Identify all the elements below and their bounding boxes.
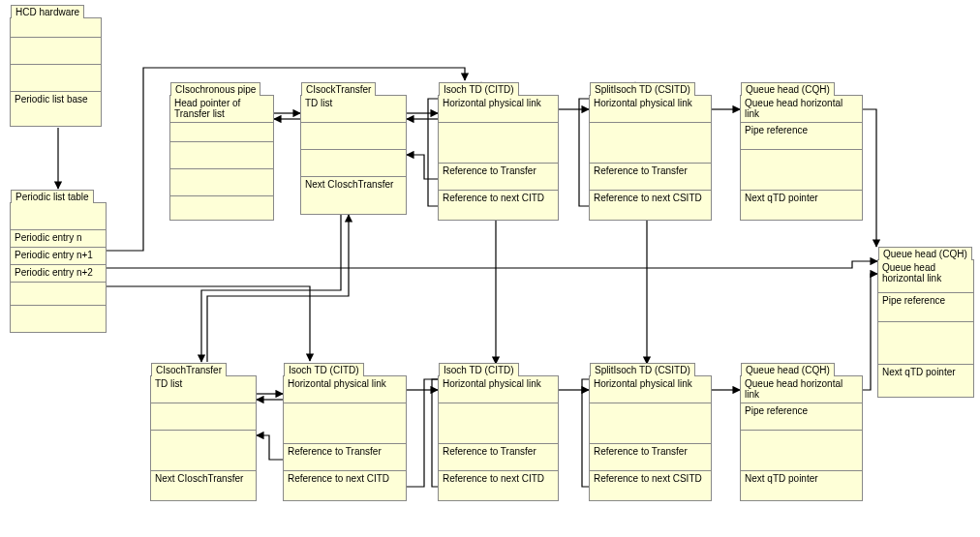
queue-head-1: Queue head (CQH) Queue head horizontal l… <box>740 95 863 221</box>
row: TD list <box>151 376 256 403</box>
row: Reference to Transfer <box>590 164 711 191</box>
row: Next qTD pointer <box>741 471 862 491</box>
row <box>170 123 273 142</box>
queue-head-3: Queue head (CQH) Queue head horizontal l… <box>877 259 974 398</box>
box-title: HCD hardware <box>11 5 84 18</box>
row <box>741 431 862 471</box>
row: TD list <box>301 96 406 123</box>
row <box>439 403 558 444</box>
isochronous-pipe: CIsochronous pipe Head pointer of Transf… <box>169 95 274 221</box>
row: Horizontal physical link <box>284 376 406 403</box>
row: Pipe reference <box>878 293 973 322</box>
queue-head-2: Queue head (CQH) Queue head horizontal l… <box>740 375 863 501</box>
row <box>741 150 862 191</box>
box-title: Queue head (CQH) <box>878 247 972 260</box>
row: Next qTD pointer <box>878 365 973 394</box>
row: Next CIoschTransfer <box>301 177 406 204</box>
row: Head pointer of Transfer list <box>170 96 273 123</box>
row: Horizontal physical link <box>590 96 711 123</box>
row: Reference to Transfer <box>439 164 558 191</box>
row <box>590 403 711 444</box>
row <box>11 18 101 38</box>
isoch-transfer-bottom: CIsochTransfer TD list Next CIoschTransf… <box>150 375 257 501</box>
split-isoch-td-1: SplitIsoch TD (CSITD) Horizontal physica… <box>589 95 712 221</box>
box-title: Queue head (CQH) <box>741 363 835 376</box>
split-isoch-td-2: SplitIsoch TD (CSITD) Horizontal physica… <box>589 375 712 501</box>
row <box>170 169 273 196</box>
box-title: CIsochTransfer <box>151 363 227 376</box>
isoch-td-3: Isoch TD (CITD) Horizontal physical link… <box>438 375 559 501</box>
row: Next CIoschTransfer <box>151 471 256 498</box>
row: Queue head horizontal link <box>741 96 862 123</box>
box-title: Isoch TD (CITD) <box>439 363 519 376</box>
row <box>878 322 973 365</box>
box-title: CIsochronous pipe <box>170 82 260 96</box>
row: Reference to Transfer <box>439 444 558 471</box>
row <box>301 150 406 177</box>
row: Pipe reference <box>741 403 862 431</box>
row <box>11 283 106 306</box>
box-title: CIsockTransfer <box>301 82 376 96</box>
row: Periodic entry n <box>11 230 106 248</box>
row <box>170 196 273 216</box>
row <box>11 38 101 65</box>
isoch-td-1: Isoch TD (CITD) Horizontal physical link… <box>438 95 559 221</box>
row: Reference to next CITD <box>439 471 558 498</box>
row: Periodic entry n+2 <box>11 265 106 283</box>
row: Horizontal physical link <box>439 96 558 123</box>
row: Periodic entry n+1 <box>11 248 106 265</box>
row <box>11 65 101 92</box>
box-title: SplitIsoch TD (CSITD) <box>590 363 695 376</box>
row: Next qTD pointer <box>741 191 862 210</box>
row: Reference to next CSITD <box>590 191 711 218</box>
row: Horizontal physical link <box>439 376 558 403</box>
row <box>151 431 256 471</box>
row <box>590 123 711 164</box>
row <box>151 403 256 431</box>
isoch-td-2: Isoch TD (CITD) Horizontal physical link… <box>283 375 407 501</box>
row: Queue head horizontal link <box>878 260 973 293</box>
periodic-list-table: Periodic list table Periodic entry n Per… <box>10 202 107 333</box>
box-title: Queue head (CQH) <box>741 82 835 96</box>
isoch-transfer-top: CIsockTransfer TD list Next CIoschTransf… <box>300 95 407 215</box>
row <box>301 123 406 150</box>
row <box>11 203 106 230</box>
box-title: SplitIsoch TD (CSITD) <box>590 82 695 96</box>
row <box>170 142 273 169</box>
row: Reference to next CITD <box>284 471 406 498</box>
row: Periodic list base <box>11 92 101 119</box>
row: Horizontal physical link <box>590 376 711 403</box>
box-title: Isoch TD (CITD) <box>439 82 519 96</box>
row: Pipe reference <box>741 123 862 150</box>
row: Reference to Transfer <box>590 444 711 471</box>
box-title: Periodic list table <box>11 190 94 203</box>
row <box>284 403 406 444</box>
box-title: Isoch TD (CITD) <box>284 363 364 376</box>
row: Reference to Transfer <box>284 444 406 471</box>
row: Reference to next CSITD <box>590 471 711 498</box>
row: Queue head horizontal link <box>741 376 862 403</box>
hcd-hardware: HCD hardware Periodic list base <box>10 17 102 127</box>
row <box>439 123 558 164</box>
row: Reference to next CITD <box>439 191 558 218</box>
row <box>11 306 106 329</box>
